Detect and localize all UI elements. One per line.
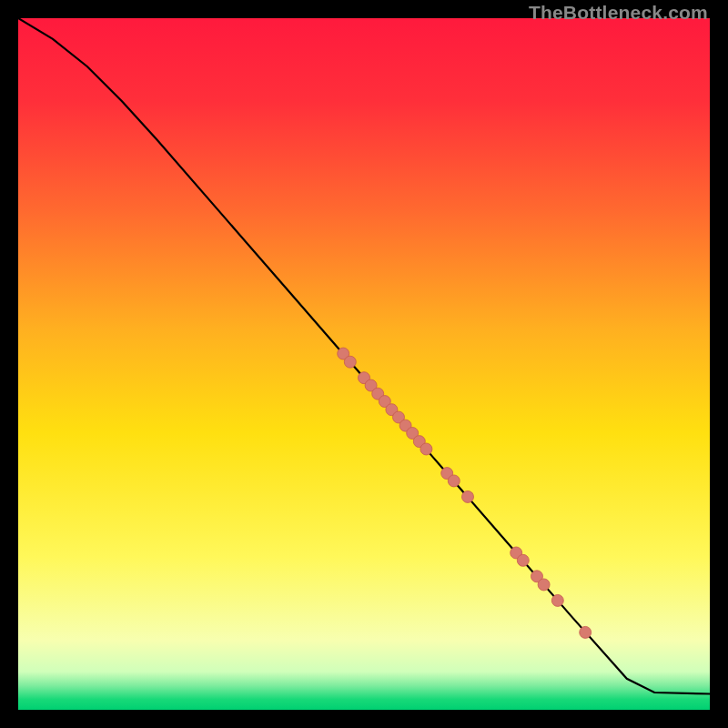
data-point	[420, 443, 432, 455]
data-point	[462, 490, 474, 502]
data-point	[551, 594, 563, 606]
chart-background	[18, 18, 710, 710]
data-point	[344, 356, 356, 368]
bottleneck-chart	[18, 18, 710, 710]
chart-frame	[18, 18, 710, 710]
data-point	[538, 579, 550, 591]
data-point	[517, 554, 529, 566]
data-point	[580, 626, 592, 638]
data-point	[448, 475, 460, 487]
watermark-text: TheBottleneck.com	[529, 2, 708, 24]
